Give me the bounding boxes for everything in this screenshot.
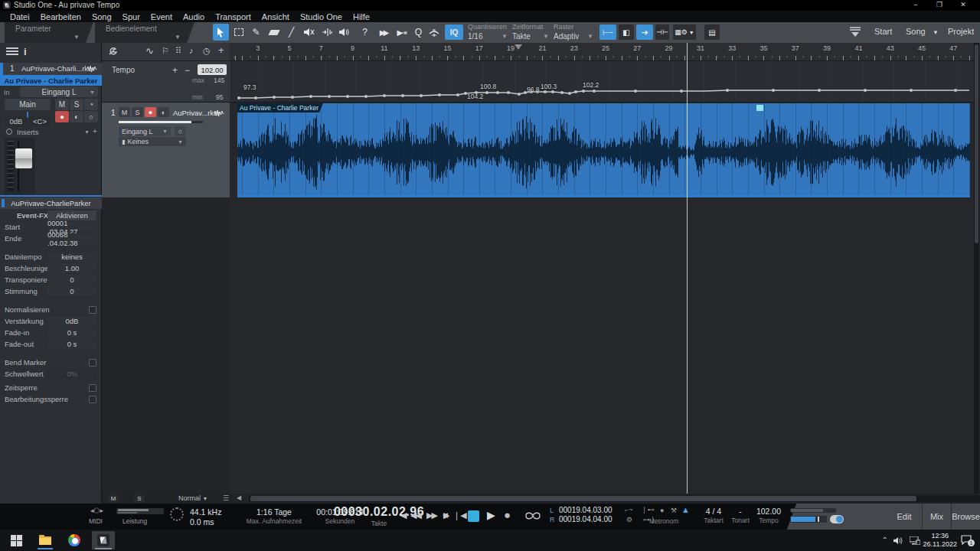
- bearbeitungssperre-checkbox[interactable]: [89, 396, 96, 403]
- import-download-icon[interactable]: [848, 27, 862, 38]
- bend-marker-checkbox[interactable]: [89, 359, 96, 367]
- arrange-area[interactable]: Au Privave - Charlie Parker: [230, 103, 980, 494]
- start-page-button[interactable]: Start: [874, 27, 892, 36]
- loop-button[interactable]: [522, 510, 544, 522]
- menu-event[interactable]: Event: [145, 12, 178, 21]
- video-button[interactable]: ▤: [704, 24, 720, 40]
- fader-handle[interactable]: [15, 148, 32, 168]
- tempo-automation-lane[interactable]: 97.3104.2100.896.8100.3102.2: [230, 61, 980, 103]
- song-page-button[interactable]: Song: [906, 27, 926, 36]
- input-select[interactable]: Eingang L ▼: [20, 86, 98, 97]
- zeitsperre-checkbox[interactable]: [89, 384, 96, 392]
- pan-knob[interactable]: ◔: [84, 99, 98, 110]
- line-tool-button[interactable]: ╱: [283, 24, 299, 41]
- snap-toggle-button[interactable]: ⊢−: [599, 24, 616, 40]
- transponieren-value[interactable]: 0: [47, 275, 96, 285]
- monitor-button[interactable]: ◐: [158, 107, 169, 117]
- autoscroll-button[interactable]: ➜: [636, 24, 653, 40]
- loop-left-value[interactable]: 00019.04.03.00: [559, 506, 612, 514]
- input-gain-button[interactable]: ○: [175, 126, 186, 136]
- audio-event[interactable]: Au Privave - Charlie Parker: [237, 103, 970, 197]
- list-icon[interactable]: ☰: [223, 494, 229, 502]
- record-arm-button[interactable]: ●: [55, 111, 69, 122]
- pan-value[interactable]: <C>: [29, 116, 51, 126]
- normalisieren-checkbox[interactable]: [89, 306, 96, 314]
- leistung-label[interactable]: Leistung: [122, 517, 147, 525]
- menu-datei[interactable]: Datei: [5, 12, 35, 21]
- arrange-track-header[interactable]: 1 M S ● ◐ AuPrivav...rker Eingang L▼ ○ ▮…: [102, 103, 230, 197]
- pencil-tool-button[interactable]: ✎: [248, 24, 264, 41]
- countin-icon[interactable]: ●: [660, 507, 664, 514]
- grid-settings-button[interactable]: ▦⚙▼: [673, 24, 696, 40]
- start-button[interactable]: [5, 531, 28, 549]
- power-icon[interactable]: [6, 129, 12, 135]
- hamburger-menu-icon[interactable]: [6, 47, 18, 55]
- metronome-icon[interactable]: ▲: [681, 505, 690, 514]
- marker-flag-icon[interactable]: ⚐: [162, 46, 169, 56]
- mute-tool-button[interactable]: [301, 24, 317, 41]
- tonart-display[interactable]: -Tonart: [729, 507, 752, 524]
- tempo-display[interactable]: 102.00Tempo: [752, 507, 786, 524]
- monitor-button[interactable]: ◐: [70, 111, 83, 122]
- output-toggle[interactable]: [830, 515, 844, 523]
- select-tool-button[interactable]: [213, 24, 229, 41]
- menu-transport[interactable]: Transport: [210, 12, 256, 21]
- clock-icon[interactable]: ◷: [203, 46, 211, 56]
- projekt-page-button[interactable]: Projekt: [948, 27, 974, 36]
- menu-bearbeiten[interactable]: Bearbeiten: [35, 12, 87, 21]
- iq-quantize-toggle[interactable]: IQ: [445, 24, 463, 40]
- preroll-icon[interactable]: ⌐~: [625, 506, 633, 514]
- file-explorer-taskbar-button[interactable]: [34, 531, 57, 549]
- horizontal-scrollbar[interactable]: [249, 495, 980, 502]
- mute-button[interactable]: M: [55, 99, 69, 110]
- wrench-icon[interactable]: [107, 47, 117, 57]
- mute-button[interactable]: M: [119, 107, 130, 117]
- wrench-icon[interactable]: ⚒: [671, 507, 677, 514]
- preset-select[interactable]: ▮Keines▼: [119, 137, 186, 146]
- timeline-ruler[interactable]: 3579111315171921232527293133353739414345…: [230, 43, 980, 61]
- song-chevron-icon[interactable]: ▼: [933, 29, 939, 36]
- stimmung-value[interactable]: 0: [47, 286, 96, 296]
- step-forward-button[interactable]: ▶: [443, 510, 448, 520]
- play-button[interactable]: ▶: [487, 509, 495, 521]
- rewind-button[interactable]: ◀◀: [410, 510, 420, 520]
- mute-all-button[interactable]: M: [108, 494, 119, 503]
- maximize-button[interactable]: ❐: [931, 0, 948, 10]
- schwellwert-value[interactable]: 0%: [47, 369, 96, 379]
- solo-button[interactable]: S: [132, 107, 143, 117]
- play-from-cursor-button[interactable]: ▶⇥: [393, 24, 409, 41]
- volume-icon[interactable]: [893, 536, 903, 545]
- chrome-taskbar-button[interactable]: [63, 531, 86, 549]
- listen-tool-button[interactable]: [336, 24, 352, 41]
- fade-in-value[interactable]: 0 s: [47, 328, 96, 337]
- minimize-button[interactable]: –: [907, 0, 924, 10]
- add-insert-icon[interactable]: +: [93, 127, 97, 135]
- split-view-button[interactable]: ⊣⊢: [655, 24, 669, 40]
- track-row[interactable]: 1 AuPrivave-Charli...rker: [0, 63, 102, 75]
- output-level-bar[interactable]: [790, 516, 827, 523]
- network-icon[interactable]: [910, 536, 920, 545]
- edit-view-button[interactable]: Edit: [887, 504, 922, 530]
- eraser-tool-button[interactable]: [266, 24, 282, 41]
- input-select[interactable]: Eingang L▼: [119, 126, 171, 136]
- tempo-increase-button[interactable]: +: [172, 65, 178, 76]
- loop-right-value[interactable]: 00019.04.04.00: [559, 515, 612, 523]
- main-output-button[interactable]: Main: [5, 99, 51, 110]
- automation-mode-select[interactable]: Normal ▼: [178, 494, 207, 502]
- browse-view-button[interactable]: Browse: [951, 504, 980, 530]
- zoom-tool-button[interactable]: Q: [410, 24, 426, 41]
- chord-track-icon[interactable]: ♪: [189, 46, 194, 55]
- taktart-display[interactable]: 4 / 4Taktart: [698, 507, 729, 524]
- record-button[interactable]: ●: [504, 508, 511, 521]
- performance-meter[interactable]: [116, 508, 164, 514]
- zeitformat-group[interactable]: Zeitformat Takte ▼: [512, 23, 549, 42]
- tempo-bend-button[interactable]: B: [426, 24, 442, 41]
- add-track-icon[interactable]: +: [218, 44, 224, 56]
- step-back-button[interactable]: ◀: [400, 510, 405, 520]
- automation-curve-icon[interactable]: ∿: [145, 45, 154, 57]
- menu-song[interactable]: Song: [87, 12, 117, 21]
- menu-studio-one[interactable]: Studio One: [295, 12, 348, 21]
- bend-tool-button[interactable]: [318, 24, 335, 41]
- horizontal-scrollbar-thumb[interactable]: [250, 496, 916, 501]
- tempo-value-field[interactable]: 102.00: [198, 64, 227, 75]
